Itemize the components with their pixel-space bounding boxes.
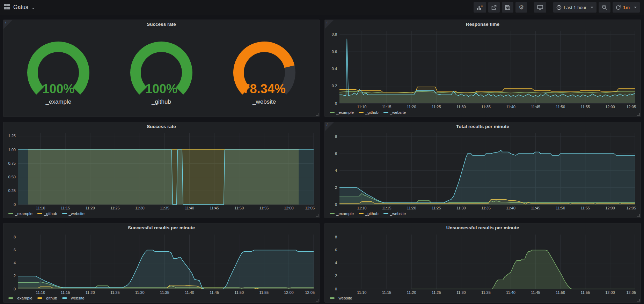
x-axis-label: 11:25	[432, 105, 441, 109]
panel-title[interactable]: Response time	[325, 20, 641, 29]
chart-response-time[interactable]: 00.20.40.60.811:1011:1511:2011:2511:3011…	[326, 29, 638, 110]
series-area-_website	[18, 250, 314, 289]
y-axis-label: 4	[335, 168, 337, 172]
x-axis-label: 11:40	[506, 290, 515, 295]
panel-resize-handle[interactable]	[316, 299, 319, 302]
share-button[interactable]	[488, 2, 500, 13]
refresh-picker[interactable]: 1m	[613, 2, 640, 13]
x-axis-label: 12:00	[284, 290, 294, 295]
panel-resize-handle[interactable]	[637, 214, 640, 217]
panel-resize-handle[interactable]	[316, 113, 319, 116]
time-range-picker[interactable]: Last 1 hour	[553, 2, 597, 13]
x-axis-label: 11:25	[110, 290, 120, 295]
legend-label: _website	[69, 212, 85, 216]
x-axis-label: 11:25	[432, 290, 441, 295]
panel-response-time: i Response time 00.20.40.60.811:1011:151…	[324, 20, 641, 117]
x-axis-label: 11:40	[506, 105, 515, 109]
x-axis-label: 11:35	[481, 206, 491, 210]
legend-item-_github[interactable]: _github	[37, 212, 57, 216]
panel-info-corner[interactable]	[325, 122, 334, 131]
x-axis-label: 11:30	[135, 290, 145, 295]
dashboard-title[interactable]: Gatus	[13, 4, 35, 10]
panel-title[interactable]: Success rate	[3, 20, 319, 29]
legend-label: _example	[15, 296, 32, 300]
y-axis-label: 8	[14, 235, 16, 239]
panel-title[interactable]: Success rate	[3, 122, 319, 131]
x-axis-label: 11:55	[259, 206, 269, 210]
chevron-down-icon	[634, 7, 637, 8]
legend-item-_example[interactable]: _example	[8, 212, 32, 216]
legend-item-_github[interactable]: _github	[359, 212, 379, 216]
x-axis-label: 11:20	[407, 206, 416, 210]
x-axis-label: 11:15	[382, 290, 391, 295]
x-axis-label: 11:45	[210, 206, 219, 210]
x-axis-label: 11:20	[407, 105, 416, 109]
panel-resize-handle[interactable]	[637, 113, 640, 116]
legend-swatch	[62, 213, 67, 214]
y-axis-label: 6	[335, 248, 337, 252]
dashboard-grid-icon[interactable]	[4, 4, 10, 11]
x-axis-label: 11:35	[160, 206, 169, 210]
legend-label: _github	[365, 110, 379, 114]
x-axis-label: 11:25	[432, 206, 441, 210]
panel-success-rate-gauges: i Success rate 100% _example 100% _githu…	[3, 20, 320, 117]
x-axis-label: 11:50	[234, 290, 244, 295]
zoom-out-button[interactable]	[599, 2, 610, 13]
legend-swatch	[359, 213, 364, 214]
legend-label: _website	[390, 110, 406, 114]
legend-item-_website[interactable]: _website	[383, 212, 406, 216]
time-range-label: Last 1 hour	[564, 5, 586, 10]
x-axis-label: 11:45	[210, 290, 219, 295]
y-axis-label: 8	[335, 134, 337, 139]
chart-legend: _example_github_website	[3, 295, 319, 302]
panel-resize-handle[interactable]	[637, 299, 640, 302]
gauge-label: _example	[12, 98, 105, 105]
x-axis-label: 11:30	[456, 105, 466, 109]
panel-title[interactable]: Successful results per minute	[3, 223, 319, 232]
legend-item-_example[interactable]: _example	[330, 110, 354, 114]
chart-total-results[interactable]: 0246811:1011:1511:2011:2511:3011:3511:40…	[326, 131, 638, 211]
legend-swatch	[8, 213, 13, 214]
x-axis-label: 11:30	[456, 206, 466, 210]
series-area-_website	[18, 150, 314, 205]
settings-button[interactable]: ⚙	[515, 2, 527, 13]
x-axis-label: 11:35	[481, 290, 491, 295]
x-axis-label: 11:50	[556, 290, 565, 295]
panel-info-corner[interactable]	[325, 20, 334, 29]
legend-item-_website[interactable]: _website	[62, 296, 85, 300]
y-axis-label: 0.75	[8, 161, 16, 165]
legend-label: _example	[336, 110, 354, 114]
chart-successful-results[interactable]: 0246811:1011:1511:2011:2511:3011:3511:40…	[5, 232, 316, 295]
legend-item-_github[interactable]: _github	[359, 110, 379, 114]
legend-item-_example[interactable]: _example	[330, 212, 354, 216]
x-axis-label: 11:10	[357, 290, 367, 295]
chart-legend: _example_github_website	[3, 211, 319, 218]
panel-title[interactable]: Total results per minute	[325, 122, 641, 131]
tv-mode-button[interactable]	[534, 2, 546, 13]
panel-total-results: i Total results per minute 0246811:1011:…	[324, 122, 641, 218]
legend-swatch	[62, 297, 67, 299]
save-button[interactable]	[502, 2, 513, 13]
plot-canvas: 0246811:1011:1511:2011:2511:3011:3511:40…	[326, 131, 638, 211]
gauge-label: _github	[115, 98, 208, 105]
chart-success-rate[interactable]: 00.250.500.751.001.2511:1011:1511:2011:2…	[5, 131, 316, 211]
legend-swatch	[330, 213, 335, 214]
legend-swatch	[330, 112, 335, 113]
legend-item-_example[interactable]: _example	[8, 296, 32, 300]
legend-item-_website[interactable]: _website	[383, 110, 406, 114]
legend-label: _example	[336, 212, 354, 216]
panel-resize-handle[interactable]	[316, 214, 319, 217]
legend-item-_github[interactable]: _github	[37, 296, 57, 300]
x-axis-label: 11:10	[36, 290, 45, 295]
plot-canvas: 00.20.40.60.811:1011:1511:2011:2511:3011…	[326, 29, 638, 110]
x-axis-label: 12:05	[305, 290, 315, 295]
page-title: Gatus	[13, 4, 28, 10]
legend-swatch	[359, 112, 364, 113]
legend-item-_website[interactable]: _website	[330, 296, 352, 300]
panel-info-corner[interactable]	[3, 20, 13, 29]
legend-item-_website[interactable]: _website	[62, 212, 85, 216]
clock-icon	[556, 5, 562, 10]
add-panel-button[interactable]	[474, 2, 486, 13]
chart-unsuccessful-results[interactable]: 0246811:1011:1511:2011:2511:3011:3511:40…	[326, 232, 638, 295]
panel-title[interactable]: Unsuccessful results per minute	[325, 223, 641, 232]
